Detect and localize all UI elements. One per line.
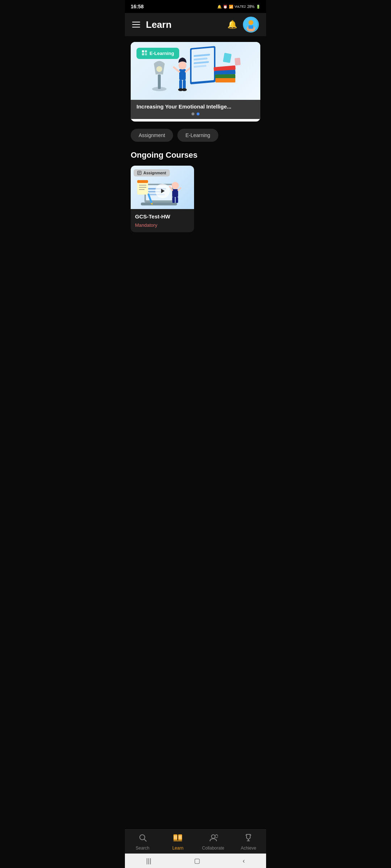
svg-point-1 — [248, 20, 253, 25]
svg-rect-16 — [183, 80, 186, 89]
hero-title: Increasing Your Emotional Intellige... — [136, 103, 255, 110]
svg-rect-46 — [176, 197, 178, 203]
svg-rect-15 — [179, 80, 182, 89]
svg-point-64 — [211, 835, 215, 838]
home-button[interactable]: ▢ — [194, 857, 200, 865]
wifi-icon: 📶 — [229, 5, 233, 9]
achieve-label: Achieve — [241, 846, 256, 851]
nav-item-collaborate[interactable]: Collaborate — [201, 833, 226, 851]
hero-card[interactable]: E-Learning — [131, 42, 260, 122]
carousel-dot-1[interactable] — [192, 112, 194, 115]
svg-rect-29 — [223, 53, 232, 63]
play-button[interactable] — [155, 184, 170, 198]
nav-item-achieve[interactable]: Achieve — [236, 833, 261, 851]
battery-icon: 🔋 — [256, 5, 260, 9]
collaborate-label: Collaborate — [202, 846, 224, 851]
svg-point-12 — [178, 61, 186, 69]
avatar[interactable] — [243, 17, 259, 33]
course-badge: Assignment — [134, 169, 170, 176]
filter-section: Assignment E-Learning — [125, 127, 266, 148]
search-icon — [138, 833, 147, 844]
filter-elearning[interactable]: E-Learning — [177, 129, 218, 142]
ongoing-courses-title: Ongoing Courses — [125, 148, 266, 166]
achieve-icon — [244, 833, 253, 844]
svg-rect-4 — [142, 50, 144, 52]
svg-rect-63 — [173, 841, 182, 841]
svg-rect-30 — [235, 58, 241, 65]
course-badge-label: Assignment — [143, 171, 166, 175]
notification-icon: 🔔 — [217, 5, 222, 9]
svg-rect-45 — [172, 197, 175, 203]
courses-grid: Assignment — [125, 166, 266, 232]
svg-point-41 — [172, 182, 179, 189]
svg-rect-60 — [178, 834, 182, 840]
svg-rect-62 — [180, 835, 181, 839]
course-info: GCS-Test-HW Mandatory — [131, 209, 194, 232]
course-thumbnail: Assignment — [131, 166, 194, 209]
svg-rect-58 — [174, 835, 175, 839]
hero-section: E-Learning — [125, 36, 266, 127]
search-label: Search — [136, 846, 150, 851]
svg-rect-28 — [215, 78, 235, 82]
carousel-dots — [136, 112, 255, 115]
hero-image-area: E-Learning — [131, 42, 260, 100]
svg-rect-59 — [176, 835, 177, 839]
status-bar: 16:58 🔔 ⏰ 📶 VoLTE2 28% 🔋 — [125, 0, 266, 13]
svg-line-56 — [144, 839, 146, 842]
nav-left: Learn — [132, 19, 172, 30]
top-navigation: Learn 🔔 — [125, 13, 266, 36]
svg-rect-9 — [158, 75, 161, 89]
svg-line-13 — [174, 67, 179, 72]
elearning-badge-icon — [142, 50, 147, 57]
hero-badge: E-Learning — [136, 48, 179, 59]
battery-text: 28% — [247, 5, 255, 9]
nav-item-search[interactable]: Search — [130, 833, 155, 851]
collaborate-icon — [209, 833, 218, 844]
svg-marker-54 — [161, 189, 165, 193]
svg-rect-42 — [172, 189, 178, 197]
course-card[interactable]: Assignment — [131, 166, 194, 232]
course-tag: Mandatory — [135, 222, 190, 228]
filter-assignment[interactable]: Assignment — [131, 129, 173, 142]
recent-apps-button[interactable]: ||| — [146, 857, 151, 865]
status-time: 16:58 — [131, 4, 144, 9]
nav-right: 🔔 — [227, 17, 259, 33]
learn-label: Learn — [172, 846, 184, 851]
svg-rect-20 — [192, 48, 214, 82]
svg-rect-61 — [179, 835, 180, 839]
hero-footer: Increasing Your Emotional Intellige... — [131, 100, 260, 119]
page-title: Learn — [146, 19, 172, 30]
carousel-dot-2[interactable] — [197, 112, 199, 115]
svg-rect-6 — [142, 53, 144, 55]
svg-rect-5 — [145, 50, 147, 52]
svg-point-10 — [156, 66, 162, 72]
svg-rect-37 — [141, 203, 177, 205]
course-name: GCS-Test-HW — [135, 213, 190, 220]
hero-badge-label: E-Learning — [150, 51, 174, 56]
svg-rect-48 — [137, 180, 148, 183]
svg-rect-11 — [179, 69, 186, 80]
svg-line-67 — [217, 835, 218, 835]
svg-rect-3 — [248, 25, 253, 29]
back-button[interactable]: ‹ — [243, 857, 245, 865]
alarm-icon: ⏰ — [223, 5, 227, 9]
svg-point-18 — [182, 88, 187, 91]
bottom-navigation: Search Learn Collaborate — [125, 829, 266, 854]
status-icons: 🔔 ⏰ 📶 VoLTE2 28% 🔋 — [217, 5, 260, 9]
notification-bell-icon[interactable]: 🔔 — [227, 20, 237, 29]
play-icon — [160, 188, 165, 194]
hamburger-menu-icon[interactable] — [132, 22, 140, 27]
signal-icon: VoLTE2 — [235, 5, 246, 8]
svg-line-44 — [178, 188, 181, 190]
assignment-badge-icon — [137, 171, 142, 175]
android-navigation-bar: ||| ▢ ‹ — [125, 854, 266, 868]
nav-item-learn[interactable]: Learn — [165, 833, 190, 851]
learn-icon — [173, 833, 183, 844]
svg-rect-7 — [145, 53, 147, 55]
svg-rect-57 — [173, 834, 177, 840]
